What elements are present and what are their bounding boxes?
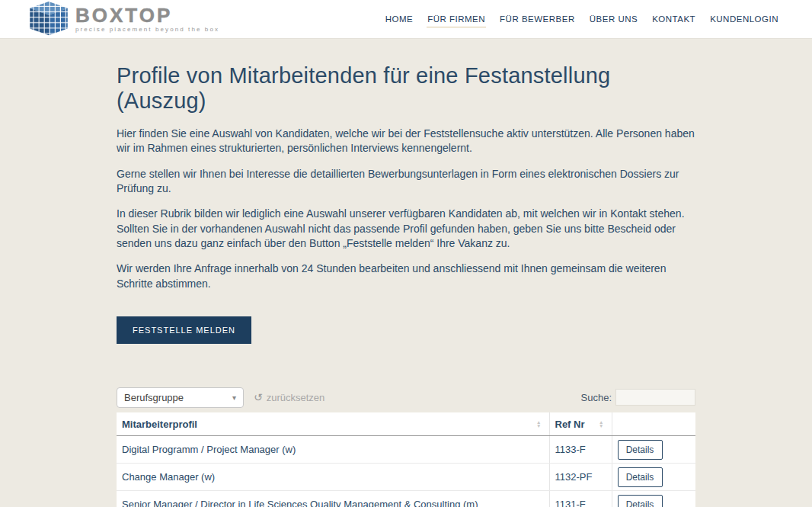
brand-tagline: precise placement beyond the box (75, 27, 219, 33)
column-header-actions (612, 412, 695, 436)
profession-group-select-value: Berufsgruppe (124, 392, 184, 403)
report-vacancy-button[interactable]: FESTSTELLE MELDEN (117, 316, 251, 344)
nav-item-kontakt[interactable]: KONTAKT (651, 11, 696, 27)
table-row: Senior Manager / Director in Life Scienc… (117, 491, 695, 507)
search-input[interactable] (615, 389, 695, 406)
column-header-ref-nr[interactable]: Ref Nr ▲▼ (549, 412, 612, 436)
nav-item-fuer-firmen[interactable]: FÜR FIRMEN (427, 11, 486, 27)
intro-paragraph-3: In dieser Rubrik bilden wir lediglich ei… (117, 207, 695, 251)
nav-item-ueber-uns[interactable]: ÜBER UNS (589, 11, 638, 27)
profession-group-select[interactable]: Berufsgruppe ▾ (117, 387, 244, 408)
ref-cell: 1133-F (549, 436, 612, 464)
logo-cube-icon (28, 2, 69, 37)
table-row: Change Manager (w) 1132-PF Details (117, 464, 695, 491)
profile-cell: Digital Programm / Project Manager (w) (117, 436, 549, 464)
details-button[interactable]: Details (618, 467, 663, 487)
ref-cell: 1131-F (549, 491, 612, 507)
site-header: BOXTOP precise placement beyond the box … (0, 0, 812, 39)
filter-row: Berufsgruppe ▾ ↺ zurücksetzen Suche: (117, 387, 695, 408)
chevron-down-icon: ▾ (232, 393, 236, 402)
intro-paragraph-1: Hier finden Sie eine Auswahl von Kandida… (117, 127, 695, 156)
brand-name: BOXTOP (75, 5, 219, 25)
intro-paragraph-4: Wir werden Ihre Anfrage innerhalb von 24… (117, 262, 695, 291)
details-button[interactable]: Details (618, 440, 663, 460)
intro-paragraph-2: Gerne stellen wir Ihnen bei Interesse di… (117, 167, 695, 197)
sort-icon: ▲▼ (599, 420, 603, 428)
reset-filters-link[interactable]: ↺ zurücksetzen (254, 392, 324, 403)
search-label: Suche: (581, 392, 612, 403)
profile-cell: Senior Manager / Director in Life Scienc… (117, 491, 549, 507)
nav-item-home[interactable]: HOME (385, 11, 414, 27)
sort-icon: ▲▼ (536, 420, 541, 428)
reset-icon: ↺ (254, 392, 263, 403)
column-header-mitarbeiterprofil[interactable]: Mitarbeiterprofil ▲▼ (117, 412, 549, 436)
logo[interactable]: BOXTOP precise placement beyond the box (28, 2, 219, 37)
table-row: Digital Programm / Project Manager (w) 1… (117, 436, 695, 464)
search-group: Suche: (581, 389, 695, 406)
page-title: Profile von Mitarbeitenden für eine Fest… (117, 63, 695, 114)
reset-filters-label: zurücksetzen (267, 392, 325, 403)
main-nav: HOME FÜR FIRMEN FÜR BEWERBER ÜBER UNS KO… (385, 11, 779, 27)
profiles-table: Mitarbeiterprofil ▲▼ Ref Nr ▲▼ Digital P… (117, 412, 695, 507)
main-content: Profile von Mitarbeitenden für eine Fest… (0, 39, 812, 507)
profile-cell: Change Manager (w) (117, 464, 549, 491)
details-button[interactable]: Details (618, 495, 663, 507)
ref-cell: 1132-PF (549, 464, 612, 491)
table-header-row: Mitarbeiterprofil ▲▼ Ref Nr ▲▼ (117, 412, 695, 436)
nav-item-fuer-bewerber[interactable]: FÜR BEWERBER (499, 11, 576, 27)
nav-item-kundenlogin[interactable]: KUNDENLOGIN (709, 11, 779, 27)
